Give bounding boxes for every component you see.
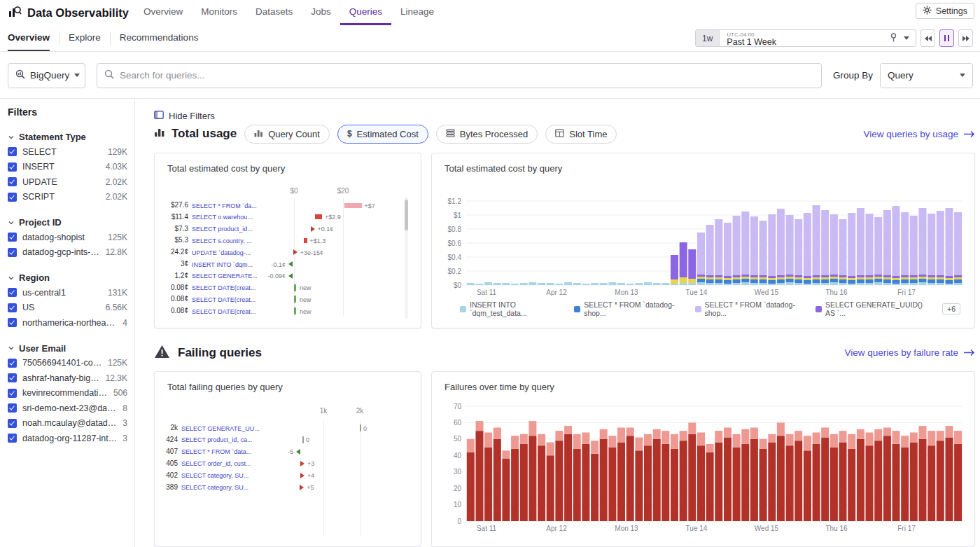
time-range-picker[interactable]: 1w UTC-04:00 Past 1 Week xyxy=(695,29,916,47)
filter-item-ashraf-hanafy-bigqu[interactable]: ashraf-hanafy-bigqu...12.3K xyxy=(8,371,127,386)
nav-item-lineage[interactable]: Lineage xyxy=(391,0,443,25)
source-select[interactable]: BigQuery xyxy=(8,63,85,88)
row-query-link[interactable]: SELECT GENERATE... xyxy=(192,272,258,279)
row-query-link[interactable]: SELECT order_id, cust... xyxy=(181,460,251,467)
filter-item-datadog-gcp-ints-te[interactable]: datadog-gcp-ints-te...12.8K xyxy=(8,245,127,261)
pill-estimated-cost[interactable]: $ Estimated Cost xyxy=(337,125,428,144)
time-range-display[interactable]: UTC-04:00 Past 1 Week xyxy=(720,30,883,46)
checkbox-checked[interactable] xyxy=(8,373,17,382)
row-query-link[interactable]: SELECT o.warehou... xyxy=(192,214,253,221)
filter-section-header-project-id[interactable]: Project ID xyxy=(8,215,127,230)
filter-item-datadog-org-11287-inte[interactable]: datadog-org-11287-inte...3 xyxy=(8,431,127,446)
row-query-link[interactable]: SELECT category, SU... xyxy=(181,472,248,479)
toplist-row[interactable]: 402SELECT category, SU...+4 xyxy=(155,470,421,481)
tab-recommendations[interactable]: Recommendations xyxy=(120,25,199,51)
row-query-link[interactable]: SELECT product_id... xyxy=(192,226,253,233)
legend-item[interactable]: INSERT INTO `dqm_test_data... xyxy=(460,300,564,317)
checkbox-checked[interactable] xyxy=(8,434,17,443)
toplist-row[interactable]: 1.2¢SELECT GENERATE...-0.09¢ xyxy=(155,270,421,282)
nav-item-overview[interactable]: Overview xyxy=(134,0,192,25)
row-query-link[interactable]: SELECT GENERATE_UU... xyxy=(181,425,260,432)
toplist-row[interactable]: $7.3SELECT product_id...+0.1¢ xyxy=(155,223,421,235)
toplist-row[interactable]: 405SELECT order_id, cust...+3 xyxy=(155,458,421,469)
nav-item-queries[interactable]: Queries xyxy=(340,0,391,25)
row-query-link[interactable]: SELECT product_id, ca... xyxy=(181,436,252,443)
nav-item-monitors[interactable]: Monitors xyxy=(192,0,246,25)
tab-explore[interactable]: Explore xyxy=(69,25,101,51)
toplist-row[interactable]: 0.08¢SELECT DATE(creat...new xyxy=(155,282,421,293)
filter-item-datadog-shopist[interactable]: datadog-shopist125K xyxy=(8,230,127,245)
time-range-chip[interactable]: 1w xyxy=(696,30,720,46)
legend-more-button[interactable]: +6 xyxy=(942,303,960,314)
filter-item-select[interactable]: SELECT129K xyxy=(8,144,127,160)
checkbox-checked[interactable] xyxy=(8,193,17,202)
filter-item-us-central1[interactable]: us-central1131K xyxy=(8,285,127,300)
filter-item-script[interactable]: SCRIPT2.02K xyxy=(8,190,127,205)
filter-section-header-region[interactable]: Region xyxy=(8,270,127,285)
legend-item[interactable]: SELECT * FROM `datadog-shop... xyxy=(695,300,805,317)
toplist-row[interactable]: 24.2¢UPDATE `datadog-...+3e-15¢ xyxy=(155,247,421,258)
toplist-row[interactable]: 424SELECT product_id, ca...0 xyxy=(155,434,421,445)
settings-button[interactable]: Settings xyxy=(916,3,974,19)
filter-item-us[interactable]: US6.56K xyxy=(8,300,127,316)
checkbox-checked[interactable] xyxy=(8,177,17,186)
toplist-row[interactable]: 0.08¢SELECT DATE(creat...new xyxy=(155,305,421,317)
failures-chart[interactable]: 010203040506070Sat 11Apr 12Mon 13Tue 14W… xyxy=(432,397,975,537)
toplist-row[interactable]: 3¢INSERT INTO `dqm...-0.1¢ xyxy=(155,258,421,270)
row-query-link[interactable]: INSERT INTO `dqm... xyxy=(192,261,253,268)
view-queries-by-failure-rate-link[interactable]: View queries by failure rate xyxy=(844,347,975,358)
checkbox-checked[interactable] xyxy=(8,147,17,156)
pin-icon[interactable] xyxy=(890,32,897,45)
pill-bytes-processed[interactable]: Bytes Processed xyxy=(436,125,538,144)
row-query-link[interactable]: SELECT * FROM `da... xyxy=(192,202,257,209)
row-query-link[interactable]: SELECT * FROM `data... xyxy=(181,448,251,455)
checkbox-checked[interactable] xyxy=(8,288,17,297)
toplist-row[interactable]: $27.6SELECT * FROM `da...+$7 xyxy=(155,200,421,211)
filter-item-northamerica-northeast2[interactable]: northamerica-northeast24 xyxy=(8,315,127,331)
row-query-link[interactable]: SELECT DATE(creat... xyxy=(192,296,255,303)
toplist-row[interactable]: 0.08¢SELECT DATE(creat...new xyxy=(155,293,421,305)
pause-button[interactable] xyxy=(939,29,954,47)
toplist-row[interactable]: $5.3SELECT s.country, ...+$1.3 xyxy=(155,235,421,246)
row-query-link[interactable]: UPDATE `datadog-... xyxy=(192,249,251,256)
hide-filters-button[interactable]: Hide Filters xyxy=(154,111,215,121)
toplist-row[interactable]: 2kSELECT GENERATE_UU...0 xyxy=(155,422,421,434)
search-input[interactable] xyxy=(120,70,814,81)
filter-item-750566941401-comp[interactable]: 750566941401-comp...125K xyxy=(8,356,127,371)
pill-slot-time[interactable]: Slot Time xyxy=(545,125,617,144)
legend-item[interactable]: SELECT GENERATE_UUID() AS `... xyxy=(816,300,932,317)
checkbox-checked[interactable] xyxy=(8,233,17,242)
row-query-link[interactable]: SELECT DATE(creat... xyxy=(192,284,255,291)
skip-back-button[interactable] xyxy=(920,29,935,47)
checkbox-checked[interactable] xyxy=(8,162,17,172)
toplist-row[interactable]: 407SELECT * FROM `data...-5 xyxy=(155,446,421,457)
checkbox-checked[interactable] xyxy=(8,359,17,368)
group-by-select[interactable]: Query xyxy=(880,63,973,88)
checkbox-checked[interactable] xyxy=(8,403,17,413)
tab-overview[interactable]: Overview xyxy=(8,25,50,51)
skip-forward-button[interactable] xyxy=(958,29,973,47)
checkbox-checked[interactable] xyxy=(8,303,17,312)
legend-item[interactable]: SELECT * FROM `datadog-shop... xyxy=(574,300,684,317)
row-query-link[interactable]: SELECT DATE(creat... xyxy=(192,308,255,315)
row-query-link[interactable]: SELECT category, SU... xyxy=(181,484,248,491)
pill-query-count[interactable]: Query Count xyxy=(244,125,330,144)
toplist-row[interactable]: $11.4SELECT o.warehou...+$2.9 xyxy=(155,212,421,223)
checkbox-checked[interactable] xyxy=(8,318,17,327)
filter-item-sri-demo-next-23-data[interactable]: sri-demo-next-23@data...8 xyxy=(8,401,127,416)
toplist-row[interactable]: 389SELECT category, SU...+5 xyxy=(155,482,421,493)
checkbox-checked[interactable] xyxy=(8,248,17,257)
filter-item-kevinrecommendation[interactable]: kevinrecommendation...506 xyxy=(8,386,127,401)
filter-item-insert[interactable]: INSERT4.03K xyxy=(8,160,127,175)
view-queries-by-usage-link[interactable]: View queries by usage xyxy=(863,129,975,139)
estimated-cost-chart[interactable]: $0$0.2$0.4$0.6$0.8$1$1.2Sat 11Apr 12Mon … xyxy=(432,193,975,299)
filter-section-header-user-email[interactable]: User Email xyxy=(8,341,127,356)
filter-item-noah-mcaulay-datadog[interactable]: noah.mcaulay@datadog...3 xyxy=(8,416,127,431)
row-query-link[interactable]: SELECT s.country, ... xyxy=(192,237,252,244)
nav-item-datasets[interactable]: Datasets xyxy=(246,0,302,25)
checkbox-checked[interactable] xyxy=(8,389,17,398)
nav-item-jobs[interactable]: Jobs xyxy=(302,0,340,25)
filter-item-update[interactable]: UPDATE2.02K xyxy=(8,174,127,190)
chevron-down-icon[interactable] xyxy=(904,36,909,40)
filter-section-header-statement-type[interactable]: Statement Type xyxy=(8,130,127,144)
